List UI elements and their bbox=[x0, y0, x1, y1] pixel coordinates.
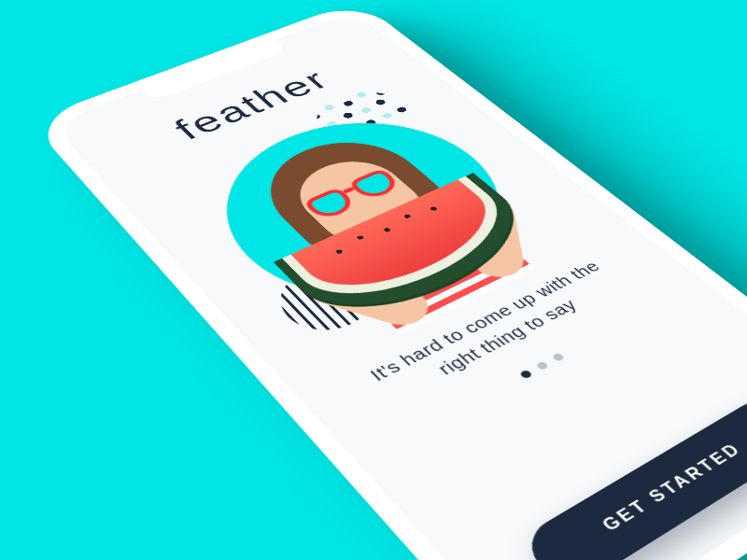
get-started-button[interactable]: GET STARTED bbox=[515, 391, 747, 560]
onboarding-screen: feather bbox=[50, 11, 747, 560]
page-indicator[interactable] bbox=[518, 353, 565, 380]
page-dot-3[interactable] bbox=[551, 353, 565, 362]
phone-frame: feather bbox=[29, 0, 747, 560]
mockup-stage: feather bbox=[0, 0, 747, 560]
page-dot-2[interactable] bbox=[535, 361, 549, 371]
page-dot-1[interactable] bbox=[518, 370, 532, 380]
phone-screen: feather bbox=[50, 11, 747, 560]
